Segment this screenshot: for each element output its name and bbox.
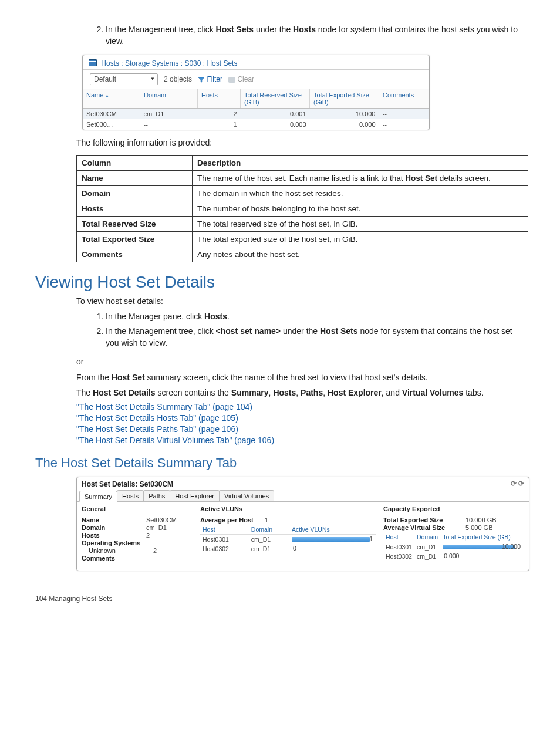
general-heading: General [82,505,193,514]
panel-title: Host Set Details: Set030CM [82,480,173,488]
host-set-details-screenshot: Host Set Details: Set030CM ⟳ ⟳ Summary H… [76,477,529,571]
col-comments[interactable]: Comments [383,92,414,99]
tab-virtual-volumes[interactable]: Virtual Volumes [219,490,274,501]
xref-link[interactable]: "The Host Set Details Paths Tab" (page 1… [76,424,525,434]
col-reserved[interactable]: Total Reserved Size (GiB) [244,92,302,106]
table-row[interactable]: Host0301 cm_D1 1 [200,535,376,545]
xref-link[interactable]: "The Host Set Details Virtual Volumes Ta… [76,436,525,445]
table-row[interactable]: Host0301 cm_D1 10.000 [383,542,524,552]
xref-link[interactable]: "The Host Set Details Summary Tab" (page… [76,402,525,411]
active-vluns-heading: Active VLUNs [200,505,376,514]
col-name[interactable]: Name [86,92,109,99]
object-count: 2 objects [164,75,192,83]
window-icon [89,59,97,66]
host-sets-table: Name Domain Hosts Total Reserved Size (G… [83,89,429,130]
intro-text: To view host set details: [76,295,525,307]
page-footer: 104 Managing Host Sets [35,595,525,603]
view-step-2: In the Management tree, click <host set … [106,325,525,349]
filter-link[interactable]: Filter [198,75,222,83]
capacity-exported-table: HostDomainTotal Exported Size (GB) Host0… [383,532,524,561]
tabs-description: The Host Set Details screen contains the… [76,387,525,399]
alt-instruction: From the Host Set summary screen, click … [76,372,525,383]
xref-link[interactable]: "The Host Set Details Hosts Tab" (page 1… [76,413,525,423]
host-sets-grid-screenshot: Hosts : Storage Systems : S030 : Host Se… [82,55,430,131]
table-row[interactable]: Host0302 cm_D1 0 [200,544,376,553]
col-hosts[interactable]: Hosts [201,92,218,99]
table-row[interactable]: Set030… -- 1 0.000 0.000 -- [83,119,429,130]
clear-icon [228,77,235,83]
table-row[interactable]: Host0302 cm_D1 0.000 [383,552,524,561]
tab-hosts[interactable]: Hosts [117,490,144,501]
view-dropdown[interactable]: Default [90,73,158,85]
col-domain[interactable]: Domain [144,92,166,99]
tab-paths[interactable]: Paths [143,490,170,501]
or-text: or [76,356,525,367]
active-vluns-table: HostDomainActive VLUNs Host0301 cm_D1 1 … [200,525,376,553]
col-exported[interactable]: Total Exported Size (GiB) [313,92,369,106]
tab-host-explorer[interactable]: Host Explorer [170,490,220,501]
subsection-heading-summary-tab: The Host Set Details Summary Tab [35,455,525,471]
table-row[interactable]: Set030CM cm_D1 2 0.001 10.000 -- [83,109,429,120]
column-description-table: Column Description NameThe name of the h… [76,155,528,262]
details-tabs: Summary Hosts Paths Host Explorer Virtua… [77,490,529,502]
section-heading-viewing-host-set-details: Viewing Host Set Details [35,273,525,292]
tab-summary[interactable]: Summary [79,491,117,502]
clear-link[interactable]: Clear [228,75,254,83]
breadcrumb: Hosts : Storage Systems : S030 : Host Se… [101,59,237,67]
following-info-text: The following information is provided: [76,137,525,149]
refresh-icons[interactable]: ⟳ ⟳ [511,480,524,488]
capacity-exported-heading: Capacity Exported [383,505,524,514]
view-step-1: In the Manager pane, click Hosts. [106,310,525,322]
instruction-step-2: In the Management tree, click Host Sets … [106,23,525,48]
